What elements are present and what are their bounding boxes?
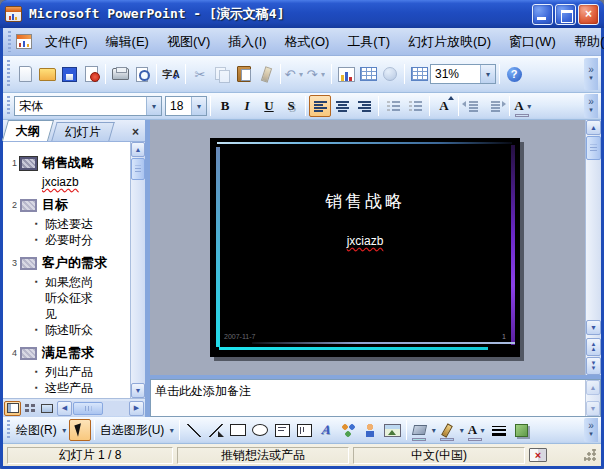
insert-textbox-button[interactable]	[271, 419, 293, 441]
scroll-thumb[interactable]	[73, 402, 103, 415]
insert-line-button[interactable]	[183, 419, 205, 441]
cut-button[interactable]: ✂	[189, 63, 211, 85]
slide-subtitle-text[interactable]: jxciazb	[210, 234, 520, 248]
normal-view-button[interactable]	[4, 401, 21, 416]
toolbar-grip[interactable]	[6, 96, 11, 117]
bullet-list-button[interactable]	[404, 95, 426, 117]
line-style-button[interactable]	[488, 419, 510, 441]
outline-slide-title[interactable]: 客户的需求	[42, 254, 107, 272]
close-button[interactable]: ×	[578, 4, 599, 25]
outline-text[interactable]: 陈述要达	[35, 216, 130, 232]
menu-item-2[interactable]: 视图(V)	[158, 29, 219, 55]
outline-text[interactable]: 如果您尚 听众征求 见	[35, 274, 130, 322]
outline-slide-title[interactable]: 目标	[42, 196, 68, 214]
font-size-dropdown-arrow[interactable]: ▾	[191, 97, 206, 115]
zoom-combo[interactable]: 31% ▾	[430, 64, 496, 84]
menu-item-3[interactable]: 插入(I)	[219, 29, 275, 55]
align-left-button[interactable]	[309, 95, 331, 117]
shadow-style-button[interactable]	[510, 419, 532, 441]
slide-thumbnail-icon[interactable]	[20, 199, 37, 212]
help-button[interactable]: ?	[503, 63, 525, 85]
underline-button[interactable]: U	[258, 95, 280, 117]
next-slide-button[interactable]: ▼▼	[586, 357, 601, 375]
scroll-down-button[interactable]: ▼	[586, 320, 601, 335]
document-icon[interactable]	[16, 34, 32, 49]
resize-grip[interactable]	[584, 449, 597, 462]
menu-item-1[interactable]: 编辑(E)	[97, 29, 158, 55]
undo-dropdown[interactable]: ▾	[296, 70, 305, 79]
slide-canvas[interactable]: 销售战略 jxciazb 2007-11-7 1	[210, 138, 520, 357]
insert-rectangle-button[interactable]	[227, 419, 249, 441]
menu-item-8[interactable]: 帮助(H)	[565, 29, 604, 55]
scroll-up-button[interactable]: ▲	[586, 380, 600, 395]
menu-item-0[interactable]: 文件(F)	[36, 29, 97, 55]
pane-close-button[interactable]: ×	[132, 125, 143, 141]
scroll-right-button[interactable]: ▶	[129, 401, 144, 416]
font-color-button[interactable]: A▾	[513, 95, 535, 117]
redo-dropdown[interactable]: ▾	[318, 70, 327, 79]
text-shadow-button[interactable]: S	[280, 95, 302, 117]
open-button[interactable]	[36, 63, 58, 85]
slide-show-button[interactable]	[38, 401, 55, 416]
insert-picture-button[interactable]	[381, 419, 403, 441]
minimize-button[interactable]	[532, 4, 553, 25]
scroll-thumb[interactable]	[131, 158, 145, 180]
copy-button[interactable]	[211, 63, 233, 85]
line-color-button[interactable]: ▾	[438, 419, 466, 441]
outline-scrollbar[interactable]: ▲ ▼	[130, 142, 145, 398]
menu-item-7[interactable]: 窗口(W)	[500, 29, 565, 55]
insert-table-button[interactable]	[357, 63, 379, 85]
save-button[interactable]	[58, 63, 80, 85]
fill-color-dropdown[interactable]: ▾	[429, 426, 438, 435]
paste-button[interactable]	[233, 63, 255, 85]
outline-horizontal-scrollbar[interactable]: ◀ ▶	[57, 401, 144, 416]
insert-arrow-button[interactable]	[205, 419, 227, 441]
menu-item-6[interactable]: 幻灯片放映(D)	[399, 29, 500, 55]
outline-text[interactable]: 陈述听众	[35, 322, 130, 338]
show-grid-button[interactable]	[408, 63, 430, 85]
notes-pane[interactable]: 单击此处添加备注 ▲ ▼	[150, 379, 601, 417]
previous-slide-button[interactable]: ▲▲	[586, 338, 601, 356]
menu-item-5[interactable]: 工具(T)	[338, 29, 399, 55]
undo-button[interactable]: ↶▾	[284, 63, 306, 85]
toolbar-options-button[interactable]: »▾	[584, 94, 598, 117]
italic-button[interactable]: I	[236, 95, 258, 117]
toolbar-options-button[interactable]: »▾	[584, 58, 598, 90]
tab-slides[interactable]: 幻灯片	[51, 122, 114, 141]
scroll-thumb[interactable]	[586, 136, 601, 160]
toolbar-options-button[interactable]: »▾	[584, 418, 598, 441]
font-color-dropdown[interactable]: ▾	[478, 426, 487, 435]
outline-text[interactable]: 这些产品	[35, 380, 130, 396]
insert-diagram-button[interactable]	[337, 419, 359, 441]
toolbar-grip[interactable]	[6, 420, 11, 441]
insert-clipart-button[interactable]	[359, 419, 381, 441]
scroll-down-button[interactable]: ▼	[131, 383, 145, 398]
slide-thumbnail-icon[interactable]	[20, 347, 37, 360]
slide-editor-area[interactable]: 销售战略 jxciazb 2007-11-7 1 ▲ ▼ ▲▲ ▼▼	[150, 120, 601, 375]
spelling-button[interactable]: 字A✓	[160, 63, 182, 85]
insert-wordart-button[interactable]: A	[315, 419, 337, 441]
outline-text[interactable]: 列出产品	[35, 364, 130, 380]
print-preview-button[interactable]	[131, 63, 153, 85]
outline-slide-title[interactable]: 销售战略	[42, 154, 94, 172]
align-right-button[interactable]	[353, 95, 375, 117]
line-color-dropdown[interactable]: ▾	[457, 426, 466, 435]
language-indicator[interactable]: 中文(中国)	[353, 447, 525, 464]
outline-slide-title[interactable]: 满足需求	[42, 344, 94, 362]
fill-color-button[interactable]: ▾	[410, 419, 438, 441]
numbered-list-button[interactable]	[382, 95, 404, 117]
font-color-dropdown[interactable]: ▾	[525, 102, 534, 111]
tab-outline[interactable]: 大纲	[2, 120, 54, 141]
outline-text[interactable]: jxciazb	[42, 174, 130, 190]
outline-text[interactable]: 必要时分	[35, 232, 130, 248]
font-name-combo[interactable]: 宋体 ▾	[14, 96, 162, 116]
bold-button[interactable]: B	[214, 95, 236, 117]
slide-thumbnail-icon[interactable]	[20, 257, 37, 270]
font-name-dropdown-arrow[interactable]: ▾	[146, 97, 161, 115]
autoshapes-menu-button[interactable]: 自选图形(U)▾	[98, 419, 177, 441]
toolbar-grip[interactable]	[7, 31, 12, 53]
align-center-button[interactable]	[331, 95, 353, 117]
scroll-up-button[interactable]: ▲	[131, 142, 145, 157]
insert-chart-button[interactable]	[335, 63, 357, 85]
slide-sorter-view-button[interactable]	[21, 401, 38, 416]
